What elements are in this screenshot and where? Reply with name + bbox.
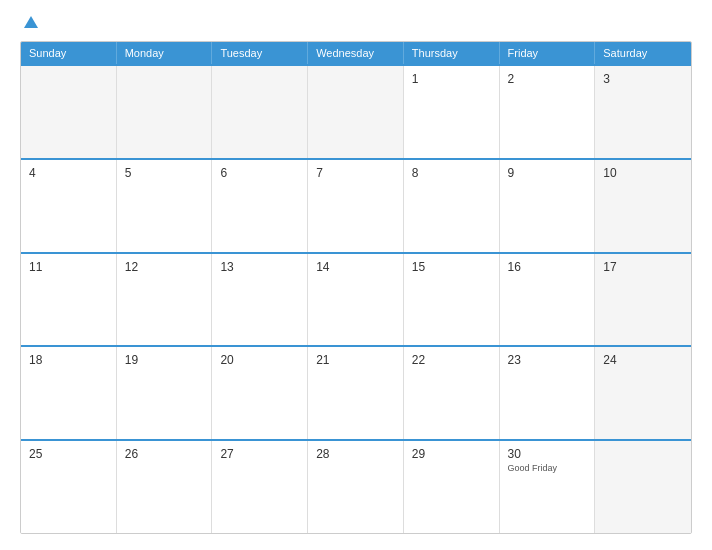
day-number: 19	[125, 353, 204, 367]
day-number: 22	[412, 353, 491, 367]
day-number: 25	[29, 447, 108, 461]
day-cell	[21, 66, 117, 158]
day-number: 20	[220, 353, 299, 367]
day-number: 30	[508, 447, 587, 461]
header	[20, 16, 692, 29]
day-cell	[117, 66, 213, 158]
day-number: 7	[316, 166, 395, 180]
day-number: 24	[603, 353, 683, 367]
day-cell: 14	[308, 254, 404, 346]
day-header-thursday: Thursday	[404, 42, 500, 64]
day-number: 3	[603, 72, 683, 86]
days-header: SundayMondayTuesdayWednesdayThursdayFrid…	[21, 42, 691, 64]
day-cell: 21	[308, 347, 404, 439]
day-number: 6	[220, 166, 299, 180]
day-cell: 10	[595, 160, 691, 252]
day-header-friday: Friday	[500, 42, 596, 64]
day-cell	[212, 66, 308, 158]
day-cell: 20	[212, 347, 308, 439]
day-cell: 8	[404, 160, 500, 252]
day-cell: 5	[117, 160, 213, 252]
day-cell: 16	[500, 254, 596, 346]
day-number: 23	[508, 353, 587, 367]
day-cell: 2	[500, 66, 596, 158]
day-number: 2	[508, 72, 587, 86]
day-cell	[308, 66, 404, 158]
day-cell: 25	[21, 441, 117, 533]
day-header-wednesday: Wednesday	[308, 42, 404, 64]
day-number: 28	[316, 447, 395, 461]
day-header-saturday: Saturday	[595, 42, 691, 64]
day-cell: 15	[404, 254, 500, 346]
day-cell: 7	[308, 160, 404, 252]
day-number: 15	[412, 260, 491, 274]
logo	[20, 16, 38, 29]
day-number: 27	[220, 447, 299, 461]
day-cell: 3	[595, 66, 691, 158]
calendar-grid: SundayMondayTuesdayWednesdayThursdayFrid…	[20, 41, 692, 534]
day-cell: 28	[308, 441, 404, 533]
day-number: 10	[603, 166, 683, 180]
day-header-sunday: Sunday	[21, 42, 117, 64]
day-number: 1	[412, 72, 491, 86]
day-cell: 6	[212, 160, 308, 252]
day-number: 12	[125, 260, 204, 274]
day-number: 11	[29, 260, 108, 274]
weeks-container: 1234567891011121314151617181920212223242…	[21, 64, 691, 533]
week-row-2: 45678910	[21, 158, 691, 252]
day-number: 21	[316, 353, 395, 367]
day-number: 14	[316, 260, 395, 274]
day-number: 16	[508, 260, 587, 274]
day-cell: 1	[404, 66, 500, 158]
day-cell	[595, 441, 691, 533]
day-cell: 27	[212, 441, 308, 533]
calendar-page: SundayMondayTuesdayWednesdayThursdayFrid…	[0, 0, 712, 550]
day-header-tuesday: Tuesday	[212, 42, 308, 64]
day-cell: 4	[21, 160, 117, 252]
holiday-label: Good Friday	[508, 463, 587, 473]
day-number: 9	[508, 166, 587, 180]
day-cell: 26	[117, 441, 213, 533]
day-number: 13	[220, 260, 299, 274]
logo-triangle-icon	[24, 16, 38, 28]
day-cell: 29	[404, 441, 500, 533]
day-number: 8	[412, 166, 491, 180]
day-number: 29	[412, 447, 491, 461]
day-cell: 24	[595, 347, 691, 439]
day-number: 18	[29, 353, 108, 367]
day-cell: 18	[21, 347, 117, 439]
day-number: 26	[125, 447, 204, 461]
day-cell: 9	[500, 160, 596, 252]
day-header-monday: Monday	[117, 42, 213, 64]
day-cell: 13	[212, 254, 308, 346]
day-number: 17	[603, 260, 683, 274]
week-row-4: 18192021222324	[21, 345, 691, 439]
week-row-3: 11121314151617	[21, 252, 691, 346]
day-cell: 19	[117, 347, 213, 439]
day-number: 4	[29, 166, 108, 180]
week-row-1: 123	[21, 64, 691, 158]
day-number: 5	[125, 166, 204, 180]
day-cell: 30Good Friday	[500, 441, 596, 533]
day-cell: 23	[500, 347, 596, 439]
day-cell: 12	[117, 254, 213, 346]
day-cell: 17	[595, 254, 691, 346]
day-cell: 11	[21, 254, 117, 346]
week-row-5: 252627282930Good Friday	[21, 439, 691, 533]
day-cell: 22	[404, 347, 500, 439]
